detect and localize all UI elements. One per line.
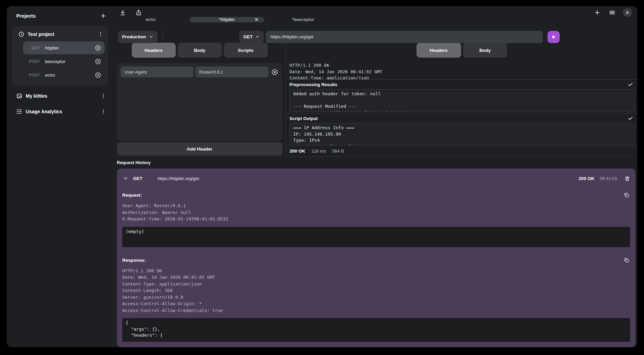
tab-echo[interactable]: echo	[113, 17, 188, 22]
chevron-down-icon	[255, 35, 260, 39]
request-editor-panel: Headers Body Scripts Add	[113, 40, 286, 155]
delete-header-button[interactable]	[271, 68, 279, 76]
request-item-echo[interactable]: POST echo	[23, 68, 105, 81]
request-item-beeceptor[interactable]: POST beeceptor	[23, 55, 105, 68]
tab-body[interactable]: Body	[178, 43, 222, 58]
request-name: httpbin	[45, 45, 59, 51]
history-method: GET	[133, 176, 143, 181]
window-close-button[interactable]	[623, 8, 632, 17]
new-tab-button[interactable]	[593, 8, 601, 17]
chevron-down-icon	[123, 176, 128, 181]
request-editor-tabs: Headers Body Scripts	[113, 43, 286, 58]
toolbar	[113, 8, 637, 17]
tab-beeceptor[interactable]: *beeceptor	[266, 17, 340, 22]
close-icon	[625, 11, 629, 15]
app-window: Projects Test project	[7, 6, 637, 347]
request-bar: Production GET	[113, 31, 637, 36]
circle-x-icon	[95, 72, 101, 78]
delete-request-button[interactable]	[94, 58, 102, 65]
add-project-button[interactable]	[99, 12, 107, 20]
status-duration: 118 ms	[312, 149, 326, 154]
kebab-icon	[101, 93, 106, 99]
tab-label: *httpbin	[219, 17, 235, 22]
download-icon	[120, 9, 126, 16]
tab-httpbin[interactable]: *httpbin	[190, 17, 264, 22]
history-request-headers: User-Agent: Roster/0.6.1 Authorization: …	[122, 202, 630, 222]
export-button[interactable]	[135, 9, 143, 17]
header-key-input[interactable]	[121, 66, 193, 77]
trash-icon	[624, 176, 630, 181]
project-row-usage-analytics[interactable]: Usage Analytics	[12, 106, 108, 117]
preprocessing-section-header: Preprocessing Results	[286, 79, 637, 88]
request-label: Request:	[122, 193, 142, 198]
hamburger-icon	[609, 9, 616, 16]
script-output-title: Script Output	[289, 116, 318, 121]
check-icon	[628, 82, 633, 87]
copy-request-button[interactable]	[624, 192, 629, 198]
tab-response-body[interactable]: Body	[463, 43, 507, 58]
circle-x-icon	[95, 58, 101, 65]
request-history-section: Request History GET https://httpbin.org/…	[113, 156, 637, 347]
project-group-test-project: Test project GET httpbin	[12, 26, 108, 85]
history-response-headers: HTTP/1.1 200 OK Date: Wed, 14 Jan 2026 0…	[122, 268, 630, 314]
request-item-httpbin[interactable]: GET httpbin	[23, 41, 105, 54]
editor-response-columns: Headers Body Scripts Add	[113, 40, 637, 155]
toolbar-right	[593, 8, 632, 17]
project-menu-button[interactable]	[100, 108, 107, 115]
environment-dropdown[interactable]: Production	[118, 31, 157, 43]
preprocessing-output: Added auth header for token: null --- Re…	[289, 89, 635, 112]
close-icon	[254, 17, 259, 22]
tab-response-headers[interactable]: Headers	[416, 43, 461, 58]
import-button[interactable]	[119, 9, 127, 17]
status-code: 200 OK	[289, 149, 305, 154]
copy-icon	[624, 257, 629, 263]
tab-scripts[interactable]: Scripts	[224, 43, 268, 58]
project-name: Usage Analytics	[26, 109, 62, 114]
chevron-down-icon	[149, 35, 153, 39]
project-row-test-project[interactable]: Test project	[16, 29, 105, 39]
send-request-button[interactable]	[548, 31, 560, 43]
tab-label: echo	[146, 17, 155, 22]
response-headers-text: HTTP/1.1 200 OK Date: Wed, 14 Jan 2026 0…	[289, 62, 637, 79]
copy-response-button[interactable]	[624, 257, 629, 263]
project-row-my-kitties[interactable]: My kitties	[12, 91, 108, 101]
main-area: echo *httpbin *beeceptor Production	[113, 6, 637, 347]
circle-x-icon	[271, 68, 278, 76]
circle-x-icon	[95, 45, 101, 51]
collapse-entry-button[interactable]	[122, 175, 129, 182]
tab-headers[interactable]: Headers	[132, 43, 176, 58]
divider	[163, 31, 163, 42]
project-menu-button[interactable]	[100, 93, 107, 99]
request-history-title: Request History	[117, 160, 637, 165]
method-dropdown[interactable]: GET	[239, 31, 264, 43]
copy-icon	[624, 192, 629, 198]
project-request-list: GET httpbin POST beeceptor	[23, 41, 105, 81]
history-entry-summary[interactable]: GET https://httpbin.org/get 200 OK 09:41…	[122, 173, 630, 183]
environment-label: Production	[122, 34, 146, 39]
kebab-icon	[101, 109, 106, 114]
status-size: 564 B	[332, 149, 344, 154]
history-request-header: Request:	[122, 192, 630, 198]
request-name: echo	[45, 73, 55, 78]
history-url: https://httpbin.org/get	[158, 176, 199, 181]
project-menu-button[interactable]	[97, 31, 104, 38]
project-name: Test project	[28, 32, 54, 37]
url-input[interactable]	[266, 31, 543, 43]
project-name: My kitties	[26, 93, 47, 99]
delete-history-entry-button[interactable]	[624, 176, 630, 181]
add-header-button[interactable]: Add Header	[117, 142, 282, 155]
headers-editor	[117, 63, 282, 141]
header-value-input[interactable]	[195, 66, 269, 77]
response-panel: Headers Body HTTP/1.1 200 OK Date: Wed, …	[286, 40, 637, 155]
response-label: Response:	[122, 258, 146, 263]
delete-request-button[interactable]	[94, 44, 102, 52]
history-time: 09:41:03	[600, 176, 617, 181]
delete-request-button[interactable]	[94, 71, 102, 79]
script-output-text: === IP Address Info === IP: 195.146.105.…	[289, 123, 635, 145]
plus-icon	[100, 13, 107, 19]
menu-button[interactable]	[608, 8, 616, 17]
close-tab-button[interactable]	[254, 17, 259, 22]
sidebar: Projects Test project	[7, 6, 113, 347]
play-icon	[551, 34, 556, 40]
history-entry-card: GET https://httpbin.org/get 200 OK 09:41…	[117, 169, 636, 347]
